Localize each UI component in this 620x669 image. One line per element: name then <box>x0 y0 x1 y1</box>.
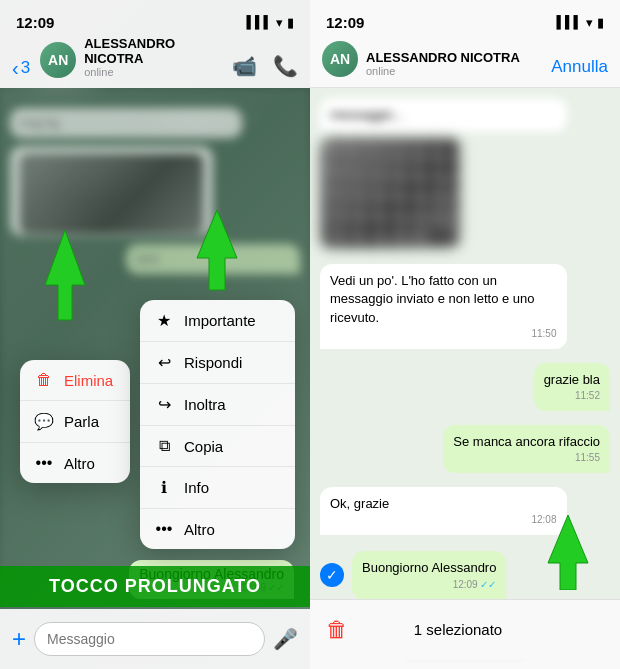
menu-label-inoltra: Inoltra <box>184 396 226 413</box>
time-left: 12:09 <box>16 14 54 31</box>
status-bar-left: 12:09 ▌▌▌ ▾ ▮ <box>0 0 310 44</box>
menu-item-inoltra[interactable]: ↪ Inoltra <box>140 384 295 426</box>
copy-icon: ⧉ <box>154 437 174 455</box>
green-arrow-2 <box>185 210 250 294</box>
context-menu-a: 🗑 Elimina 💬 Parla ••• Altro <box>20 360 130 483</box>
left-panel: msg bg sent 12:09 ▌▌▌ ▾ ▮ ‹ 3 AN ALESSAN… <box>0 0 310 669</box>
selected-count: 1 selezionato <box>414 621 502 638</box>
contact-status-left: online <box>84 66 224 78</box>
status-bar-right: 12:09 ▌▌▌ ▾ ▮ <box>310 0 620 44</box>
message-input-left[interactable] <box>34 622 265 656</box>
menu-item-altro-a[interactable]: ••• Altro <box>20 443 130 483</box>
msg-3-time: 11:55 <box>453 451 600 465</box>
avatar-right: AN <box>322 41 358 77</box>
menu-label-copia: Copia <box>184 438 223 455</box>
battery-icon-right: ▮ <box>597 15 604 30</box>
mic-icon[interactable]: 🎤 <box>273 627 298 651</box>
plus-icon[interactable]: + <box>12 625 26 653</box>
context-menu-b: ★ Importante ↩ Rispondi ↪ Inoltra ⧉ Copi… <box>140 300 295 549</box>
input-bar-left: + 🎤 <box>0 609 310 669</box>
dots-icon-a: ••• <box>34 454 54 472</box>
status-icons-right: ▌▌▌ ▾ ▮ <box>556 15 604 30</box>
blurred-image-block: ✓✓ <box>320 138 610 248</box>
avatar-left: AN <box>40 42 76 78</box>
dots-icon-b: ••• <box>154 520 174 538</box>
time-right: 12:09 <box>326 14 364 31</box>
phone-call-icon[interactable]: 📞 <box>273 54 298 78</box>
menu-item-parla[interactable]: 💬 Parla <box>20 401 130 443</box>
status-icons-left: ▌▌▌ ▾ ▮ <box>246 15 294 30</box>
delete-button-right[interactable]: 🗑 <box>326 617 348 643</box>
menu-item-elimina[interactable]: 🗑 Elimina <box>20 360 130 401</box>
msg-4-time: 12:08 <box>330 513 557 527</box>
msg-3: Se manca ancora rifaccio 11:55 <box>443 425 610 473</box>
menu-item-altro-b[interactable]: ••• Altro <box>140 509 295 549</box>
back-count: 3 <box>21 58 30 78</box>
selected-bubble-time: 12:09 ✓✓ <box>362 578 496 592</box>
wifi-icon: ▾ <box>276 15 283 30</box>
menu-label-info: Info <box>184 479 209 496</box>
forward-icon: ↪ <box>154 395 174 414</box>
menu-label-elimina: Elimina <box>64 372 113 389</box>
selection-checkmark: ✓ <box>320 563 344 587</box>
selected-bubble: Buongiorno Alessandro 12:09 ✓✓ <box>352 551 506 599</box>
back-chevron-icon: ‹ <box>12 58 19 78</box>
chat-icon: 💬 <box>34 412 54 431</box>
msg-2: grazie bla 11:52 <box>534 363 610 411</box>
bottom-bar-right: 🗑 1 selezionato <box>310 599 620 669</box>
msg-2-time: 11:52 <box>544 389 600 403</box>
battery-icon: ▮ <box>287 15 294 30</box>
menu-item-copia[interactable]: ⧉ Copia <box>140 426 295 467</box>
green-arrow-right <box>535 515 600 594</box>
video-call-icon[interactable]: 📹 <box>232 54 257 78</box>
menu-item-importante[interactable]: ★ Importante <box>140 300 295 342</box>
svg-marker-2 <box>548 515 588 590</box>
right-panel: 12:09 ▌▌▌ ▾ ▮ AN ALESSANDRO NICOTRA onli… <box>310 0 620 669</box>
menu-item-info[interactable]: ℹ Info <box>140 467 295 509</box>
menu-label-altro-b: Altro <box>184 521 215 538</box>
green-arrow-1 <box>30 230 100 324</box>
msg-0: messaggio... <box>320 98 567 132</box>
menu-label-altro-a: Altro <box>64 455 95 472</box>
signal-icon: ▌▌▌ <box>246 15 272 29</box>
menu-label-parla: Parla <box>64 413 99 430</box>
trash-icon: 🗑 <box>34 371 54 389</box>
menu-label-importante: Importante <box>184 312 256 329</box>
msg-3-container: Se manca ancora rifaccio 11:55 <box>320 425 610 479</box>
svg-marker-0 <box>45 230 85 320</box>
annulla-button[interactable]: Annulla <box>551 57 608 77</box>
tocco-label: TOCCO PROLUNGATO <box>49 576 261 596</box>
header-icons-left: 📹 📞 <box>232 54 298 78</box>
svg-marker-1 <box>197 210 237 290</box>
header-info-right: ALESSANDRO NICOTRA online <box>366 50 543 77</box>
info-icon: ℹ <box>154 478 174 497</box>
msg-4: Ok, grazie 12:08 <box>320 487 567 535</box>
blurred-top-msg: messaggio... ✓✓ <box>320 98 610 256</box>
tocco-prolungato-banner: TOCCO PROLUNGATO <box>0 566 310 607</box>
contact-name-right: ALESSANDRO NICOTRA <box>366 50 543 65</box>
reply-icon: ↩ <box>154 353 174 372</box>
msg-1-time: 11:50 <box>330 327 557 341</box>
menu-label-rispondi: Rispondi <box>184 354 242 371</box>
contact-status-right: online <box>366 65 543 77</box>
star-icon: ★ <box>154 311 174 330</box>
msg-1-container: Vedi un po'. L'ho fatto con un messaggio… <box>320 264 610 355</box>
back-button[interactable]: ‹ 3 <box>12 58 30 78</box>
msg-1: Vedi un po'. L'ho fatto con un messaggio… <box>320 264 567 349</box>
signal-icon-right: ▌▌▌ <box>556 15 582 29</box>
wifi-icon-right: ▾ <box>586 15 593 30</box>
menu-item-rispondi[interactable]: ↩ Rispondi <box>140 342 295 384</box>
msg-2-container: grazie bla 11:52 <box>320 363 610 417</box>
double-check-icon-selected: ✓✓ <box>480 579 496 590</box>
